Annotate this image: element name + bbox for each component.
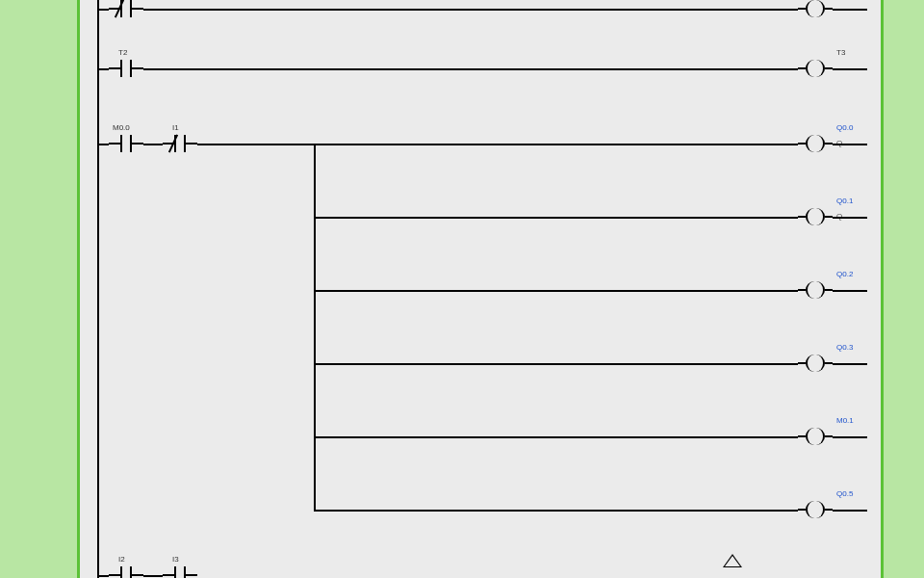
contact-no[interactable]: M0.0 (109, 135, 143, 152)
contact-label: I2 (118, 555, 125, 564)
output-coil[interactable]: M0.1 (798, 428, 833, 445)
contact-no[interactable]: I3 (163, 566, 197, 578)
contact-nc[interactable] (109, 0, 143, 17)
coil-label: M0.1 (836, 416, 854, 425)
output-coil[interactable]: Q0.1 Q (798, 208, 833, 225)
coil-label: Q0.3 (836, 343, 853, 352)
cursor-indicator-icon (723, 554, 742, 567)
output-coil[interactable]: Q0.5 (798, 501, 833, 518)
contact-label: I1 (172, 123, 179, 132)
ladder-editor-canvas[interactable]: T2 T3 M0.0 I1 Q0.0 Q (77, 0, 884, 578)
contact-label: M0.0 (113, 123, 130, 132)
coil-label: Q0.5 (836, 489, 853, 498)
output-coil[interactable]: Q0.3 (798, 355, 833, 372)
contact-label: I3 (172, 555, 179, 564)
coil-label: Q0.1 (836, 197, 853, 205)
coil-label: T3 (836, 48, 845, 57)
coil-label: Q0.0 (836, 123, 853, 132)
left-power-rail (97, 0, 99, 578)
contact-nc[interactable]: I1 (163, 135, 197, 152)
contact-no[interactable]: I2 (109, 566, 143, 578)
coil-label: Q0.2 (836, 270, 853, 278)
output-coil[interactable]: Q0.0 Q (798, 135, 833, 152)
contact-label: T2 (118, 48, 127, 57)
output-coil[interactable] (798, 0, 833, 17)
contact-no[interactable]: T2 (109, 60, 143, 77)
output-coil[interactable]: T3 (798, 60, 833, 77)
output-coil[interactable]: Q0.2 (798, 281, 833, 299)
branch-vertical (314, 144, 316, 512)
